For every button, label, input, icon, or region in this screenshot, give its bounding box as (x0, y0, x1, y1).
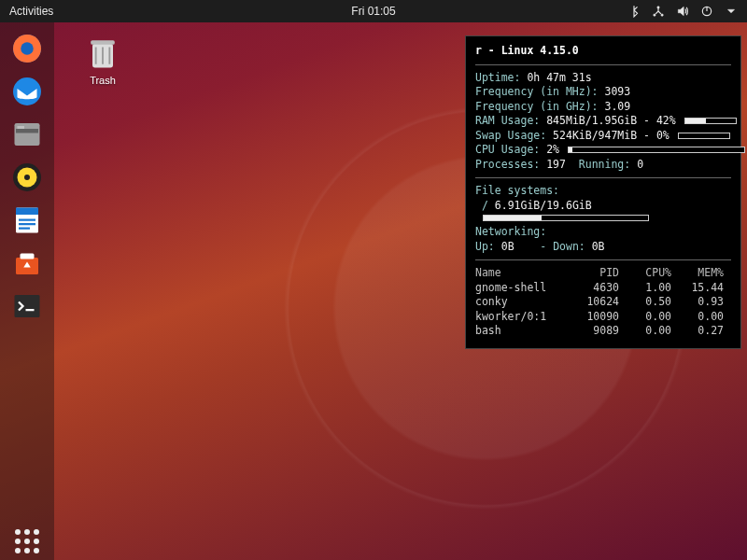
svg-rect-23 (91, 40, 115, 45)
swap-label: Swap Usage: (475, 129, 546, 142)
freq-ghz-value: 3.09 (605, 100, 631, 113)
running-label: Running: (579, 158, 630, 171)
net-down-label: - Down: (540, 240, 585, 253)
software-icon[interactable] (8, 245, 46, 282)
net-down-value: 0B (592, 240, 605, 253)
trash-desktop-icon[interactable]: Trash (73, 32, 133, 86)
conky-panel: r - Linux 4.15.0 Uptime: 0h 47m 31s Freq… (465, 35, 741, 349)
svg-rect-15 (19, 219, 35, 221)
svg-rect-14 (16, 208, 38, 216)
freq-mhz-value: 3093 (605, 85, 631, 98)
volume-icon[interactable] (676, 5, 689, 18)
svg-rect-16 (19, 223, 35, 225)
activities-button[interactable]: Activities (9, 5, 53, 18)
cpu-label: CPU Usage: (475, 143, 540, 156)
svg-point-0 (657, 7, 659, 8)
apps-grid-icon (15, 529, 39, 553)
trash-icon (82, 32, 123, 73)
networking-header: Networking: (475, 225, 731, 240)
process-row: gnome-shell46301.0015.44 (475, 281, 731, 296)
conky-title: r - Linux 4.15.0 (475, 44, 731, 59)
svg-rect-19 (21, 254, 35, 259)
power-icon[interactable] (700, 5, 713, 18)
freq-ghz-label: Frequency (in GHz): (475, 100, 599, 113)
swap-value: 524KiB/947MiB - 0% (553, 129, 669, 142)
col-name: Name (475, 266, 574, 281)
running-value: 0 (637, 158, 643, 171)
trash-label: Trash (73, 75, 133, 86)
files-icon[interactable] (8, 116, 46, 153)
ram-label: RAM Usage: (475, 114, 540, 127)
net-up-value: 0B (501, 240, 514, 253)
procs-label: Processes: (475, 158, 540, 171)
col-mem: MEM% (671, 266, 724, 281)
uptime-value: 0h 47m 31s (527, 71, 591, 84)
process-table: Name PID CPU% MEM% gnome-shell46301.0015… (475, 266, 731, 339)
net-up-label: Up: (475, 240, 495, 253)
filesystems-header: File systems: (475, 184, 731, 199)
uptime-label: Uptime: (475, 71, 520, 84)
fs-root-value: 6.91GiB/19.6GiB (495, 199, 592, 212)
show-applications-button[interactable] (8, 523, 46, 560)
bluetooth-icon[interactable] (627, 5, 641, 18)
svg-point-1 (654, 14, 655, 16)
process-row: conky106240.500.93 (475, 295, 731, 310)
terminal-icon[interactable] (8, 287, 46, 325)
freq-mhz-label: Frequency (in MHz): (475, 85, 599, 98)
svg-point-2 (661, 14, 663, 16)
col-pid: PID (574, 266, 619, 281)
svg-rect-20 (15, 295, 40, 317)
svg-rect-21 (26, 309, 35, 311)
svg-rect-17 (19, 228, 30, 230)
svg-rect-8 (16, 129, 38, 133)
svg-point-12 (24, 175, 30, 180)
process-row: bash90890.000.27 (475, 324, 731, 339)
rhythmbox-icon[interactable] (8, 159, 46, 196)
process-table-header: Name PID CPU% MEM% (475, 266, 731, 281)
firefox-icon[interactable] (8, 30, 46, 67)
ram-bar (684, 118, 737, 124)
cpu-bar (568, 147, 745, 153)
top-bar: Activities Fri 01:05 (0, 0, 747, 22)
network-icon[interactable] (652, 5, 665, 18)
fs-root-bar (483, 215, 649, 221)
svg-point-5 (21, 42, 34, 55)
thunderbird-icon[interactable] (8, 73, 46, 110)
ram-value: 845MiB/1.95GiB - 42% (546, 114, 675, 127)
system-tray[interactable] (627, 5, 738, 18)
col-cpu: CPU% (619, 266, 671, 281)
cpu-value: 2% (546, 143, 559, 156)
dock (0, 22, 54, 560)
swap-bar (678, 133, 730, 139)
clock[interactable]: Fri 01:05 (351, 5, 395, 18)
fs-root-label: / (482, 199, 488, 212)
writer-icon[interactable] (8, 202, 46, 239)
dropdown-icon[interactable] (725, 5, 738, 18)
process-row: kworker/0:1100900.000.00 (475, 310, 731, 325)
svg-rect-9 (18, 126, 25, 129)
procs-value: 197 (546, 158, 566, 171)
